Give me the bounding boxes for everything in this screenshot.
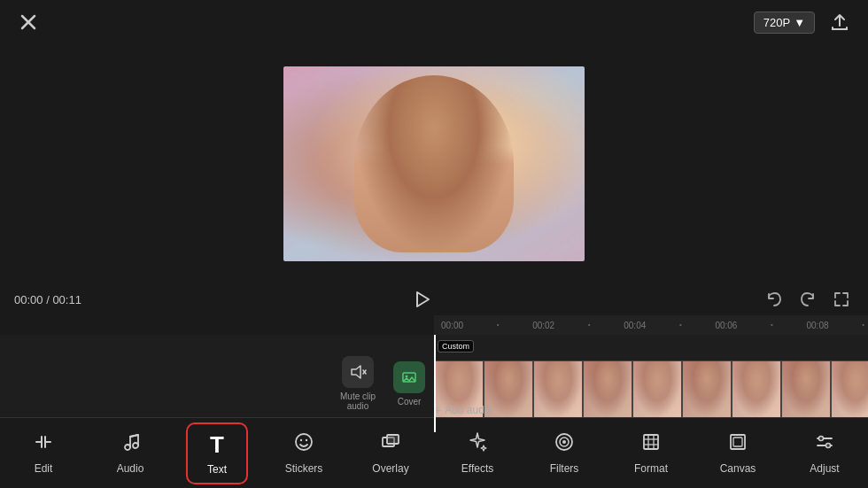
overlay-icon	[380, 431, 401, 458]
text-label: Text	[207, 463, 227, 476]
thumb-9	[831, 360, 868, 419]
ruler-dot-1: •	[497, 321, 500, 330]
playhead	[434, 335, 436, 432]
ruler-dot-2: •	[588, 321, 591, 330]
thumb-8	[781, 360, 831, 419]
video-thumbnails[interactable]	[434, 360, 868, 419]
edit-icon	[33, 431, 54, 458]
play-button[interactable]	[408, 286, 435, 313]
video-frame	[283, 66, 585, 261]
canvas-label: Canvas	[720, 462, 756, 475]
svg-line-14	[130, 435, 138, 437]
filters-label: Filters	[550, 462, 579, 475]
thumb-6	[682, 360, 732, 419]
top-right-controls: 720P ▼	[754, 8, 854, 36]
ruler-labels: 00:00 • 00:02 • 00:04 • 00:06 • 00:08 •	[438, 321, 868, 330]
mute-icon	[342, 356, 374, 388]
cover-icon	[393, 361, 425, 393]
export-button[interactable]	[825, 8, 854, 36]
timecode-bar: 00:00 / 00:11	[0, 283, 868, 315]
svg-rect-23	[644, 435, 658, 449]
fullscreen-button[interactable]	[829, 287, 854, 312]
ruler-dot-4: •	[771, 321, 773, 330]
cover-action[interactable]: Cover	[393, 361, 425, 407]
add-audio-row[interactable]: + Add audio	[434, 403, 492, 417]
mute-label: Mute clip audio	[340, 391, 376, 411]
tool-canvas[interactable]: Canvas	[707, 424, 769, 482]
tool-format[interactable]: Format	[620, 424, 682, 482]
ruler-mark-8: 00:08	[807, 321, 829, 330]
svg-point-17	[306, 439, 307, 441]
tool-text[interactable]: T Text	[186, 422, 248, 484]
adjust-label: Adjust	[810, 462, 839, 475]
add-audio-label: Add audio	[445, 404, 492, 416]
preview-area	[0, 44, 868, 283]
thumb-5	[632, 360, 682, 419]
effects-icon	[467, 431, 488, 458]
thumb-7	[732, 360, 781, 419]
svg-point-32	[819, 437, 824, 441]
filters-icon	[554, 431, 575, 458]
svg-point-15	[296, 434, 312, 450]
tool-overlay[interactable]: Overlay	[360, 424, 422, 482]
tool-adjust[interactable]: Adjust	[794, 424, 856, 482]
stickers-label: Stickers	[285, 462, 323, 475]
redo-button[interactable]	[795, 287, 820, 312]
ruler-mark-4: 00:04	[624, 321, 646, 330]
audio-label: Audio	[117, 462, 144, 475]
format-icon	[640, 431, 662, 458]
svg-point-16	[300, 439, 302, 441]
svg-rect-29	[733, 438, 742, 446]
ruler-mark-0: 00:00	[441, 321, 463, 330]
ruler-mark-2: 00:02	[532, 321, 554, 330]
text-icon: T	[210, 431, 224, 459]
svg-marker-2	[417, 292, 429, 306]
top-bar: 720P ▼	[0, 0, 868, 44]
cover-label: Cover	[398, 397, 422, 407]
edit-label: Edit	[35, 462, 53, 475]
audio-icon	[120, 431, 141, 458]
format-label: Format	[634, 462, 668, 475]
custom-badge: Custom	[438, 340, 474, 352]
svg-point-22	[562, 440, 566, 444]
adjust-icon	[814, 431, 835, 458]
timeline-controls-right	[762, 287, 854, 312]
tool-stickers[interactable]: Stickers	[273, 424, 335, 482]
ruler-dot-5: •	[862, 321, 864, 330]
tool-filters[interactable]: Filters	[533, 424, 595, 482]
ruler-dot-3: •	[679, 321, 682, 330]
tool-audio[interactable]: Audio	[99, 424, 161, 482]
mute-clip-action[interactable]: Mute clip audio	[340, 356, 376, 411]
timecode-display: 00:00 / 00:11	[14, 293, 81, 306]
tool-edit[interactable]: Edit	[12, 424, 74, 482]
svg-point-33	[826, 444, 831, 448]
canvas-icon	[727, 431, 748, 458]
close-button[interactable]	[14, 8, 43, 36]
ruler-mark-6: 00:06	[715, 321, 737, 330]
svg-point-7	[406, 375, 408, 377]
svg-marker-3	[352, 366, 360, 378]
resolution-button[interactable]: 720P ▼	[754, 12, 815, 34]
effects-label: Effects	[461, 462, 493, 475]
thumb-3	[533, 360, 583, 419]
playback-controls	[92, 286, 751, 313]
overlay-label: Overlay	[372, 462, 408, 475]
svg-rect-19	[387, 435, 399, 444]
undo-button[interactable]	[762, 287, 787, 312]
thumb-4	[583, 360, 632, 419]
stickers-icon	[293, 431, 314, 458]
video-subject	[354, 75, 514, 252]
tool-effects[interactable]: Effects	[446, 424, 508, 482]
timeline-ruler: 00:00 • 00:02 • 00:04 • 00:06 • 00:08 •	[434, 315, 868, 335]
